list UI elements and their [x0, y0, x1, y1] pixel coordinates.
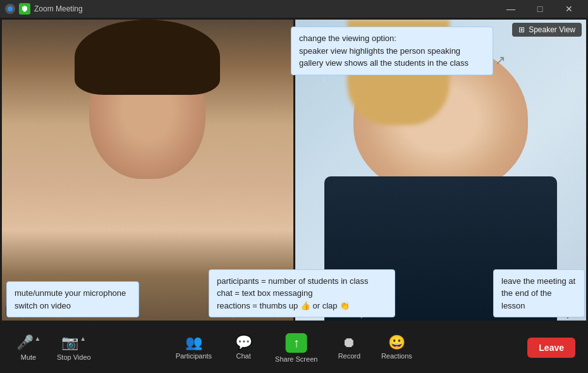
video-chevron: ▲ [80, 335, 86, 342]
window-controls: — □ ✕ [497, 0, 583, 18]
toolbar: 🎤 ▲ Mute 📷 ▲ Stop Video 👥 Participants 💬 [0, 322, 588, 373]
record-icon: ⏺ [342, 336, 356, 350]
title-bar: Zoom Meeting — □ ✕ [0, 0, 588, 18]
chat-icon: 💬 [235, 336, 252, 350]
mute-line1: mute/unmute your microphone [15, 287, 131, 300]
grid-icon: ⊞ [518, 25, 525, 34]
record-button[interactable]: ⏺ Record [333, 336, 365, 360]
main-area: ⊞ Speaker View change the viewing option… [0, 18, 588, 373]
toolbar-right: Leave [527, 338, 575, 358]
mute-button[interactable]: 🎤 ▲ Mute [13, 335, 44, 361]
share-icon: ↑ [293, 336, 300, 350]
participants-icon: 👥 [185, 336, 202, 350]
mute-chevron: ▲ [35, 335, 41, 342]
svg-point-0 [8, 6, 13, 11]
microphone-icon: 🎤 [16, 336, 34, 350]
participants-button[interactable]: 👥 Participants [176, 336, 212, 360]
reactions-button[interactable]: 😀 Reactions [381, 336, 412, 360]
viewing-line1: change the viewing option: [299, 32, 485, 45]
viewing-callout: change the viewing option: speaker view … [291, 27, 493, 75]
security-badge [19, 3, 30, 15]
stop-video-label: Stop Video [57, 353, 91, 361]
leave-line1: leave the meeting at [501, 275, 577, 288]
participants-callout: participants = number of students in cla… [209, 269, 395, 318]
viewing-line2: speaker view highlights the person speak… [299, 45, 485, 58]
reactions-icon: 😀 [388, 336, 405, 350]
record-label: Record [338, 352, 360, 360]
title-bar-text: Zoom Meeting [34, 4, 83, 13]
camera-icon: 📷 [61, 336, 78, 350]
chat-label: Chat [236, 352, 250, 360]
leave-button[interactable]: Leave [527, 338, 575, 358]
speaker-view-button[interactable]: ⊞ Speaker View [512, 23, 582, 37]
participants-line2: chat = text box messaging [217, 287, 387, 300]
speaker-view-label: Speaker View [529, 25, 575, 34]
toolbar-center: 👥 Participants 💬 Chat ↑ Share Screen ⏺ R… [176, 333, 413, 363]
share-screen-label: Share Screen [275, 355, 317, 363]
mute-callout: mute/unmute your microphone switch on vi… [6, 281, 139, 317]
leave-line2: the end of the lesson [501, 287, 577, 312]
stop-video-button[interactable]: 📷 ▲ Stop Video [57, 335, 91, 361]
toolbar-left: 🎤 ▲ Mute 📷 ▲ Stop Video [13, 335, 91, 361]
mute-label: Mute [21, 353, 36, 361]
participants-label: Participants [176, 352, 212, 360]
participants-line3: reactions = thumbs up 👍 or clap 👏 [217, 300, 387, 312]
reactions-label: Reactions [381, 352, 412, 360]
mute-line2: switch on video [15, 300, 131, 312]
maximize-button[interactable]: □ [526, 0, 554, 18]
leave-callout: leave the meeting at the end of the less… [493, 269, 585, 318]
callout-arrow-right: ↗ [495, 52, 506, 68]
zoom-icon [5, 4, 15, 14]
minimize-button[interactable]: — [497, 0, 525, 18]
share-screen-button[interactable]: ↑ Share Screen [275, 333, 317, 363]
close-button[interactable]: ✕ [555, 0, 583, 18]
chat-button[interactable]: 💬 Chat [228, 336, 259, 360]
viewing-line3: gallery view shows all the students in t… [299, 57, 485, 70]
participants-line1: participants = number of students in cla… [217, 275, 387, 288]
